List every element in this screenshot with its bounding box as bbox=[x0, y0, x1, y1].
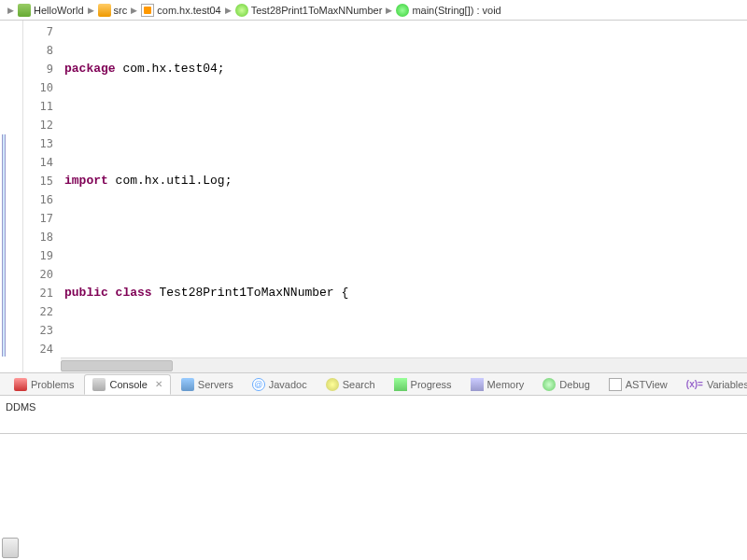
line-number-gutter: 7 8 9 10 11 12 13 14 15 16 17 18 19 20 2… bbox=[23, 21, 61, 372]
folder-icon bbox=[98, 4, 111, 17]
code-line: import com.hx.util.Log; bbox=[61, 172, 747, 190]
project-icon bbox=[18, 4, 31, 17]
crumb-label: main(String[]) : void bbox=[412, 5, 500, 16]
chevron-right-icon: ▶ bbox=[7, 6, 14, 15]
tab-variables[interactable]: (x)=Variables bbox=[678, 375, 747, 394]
code-line: package com.hx.test04; bbox=[61, 60, 747, 78]
console-output[interactable] bbox=[0, 433, 747, 558]
line-num: 16 bbox=[23, 190, 53, 209]
tab-progress[interactable]: Progress bbox=[386, 374, 460, 395]
tab-label: Servers bbox=[198, 379, 233, 390]
line-num: 12 bbox=[23, 116, 53, 134]
line-num: 18 bbox=[23, 228, 53, 246]
console-view: DDMS bbox=[0, 396, 747, 433]
method-icon bbox=[396, 4, 409, 17]
horizontal-scrollbar[interactable] bbox=[61, 357, 747, 372]
line-num: 23 bbox=[23, 321, 53, 340]
tab-label: Search bbox=[343, 379, 375, 390]
code-area[interactable]: package com.hx.test04; import com.hx.uti… bbox=[61, 21, 747, 372]
chevron-right-icon: ▶ bbox=[88, 6, 94, 15]
tab-console[interactable]: Console✕ bbox=[84, 374, 170, 395]
tab-label: Console bbox=[109, 379, 147, 390]
crumb-src[interactable]: src bbox=[98, 4, 128, 17]
line-num: 9 bbox=[23, 60, 53, 78]
tab-memory[interactable]: Memory bbox=[462, 374, 533, 395]
line-num: 22 bbox=[23, 302, 53, 321]
line-num: 15 bbox=[23, 172, 53, 190]
progress-icon bbox=[394, 378, 407, 391]
tab-debug[interactable]: Debug bbox=[534, 374, 598, 395]
breadcrumb: ▶ HelloWorld ▶ src ▶ com.hx.test04 ▶ Tes… bbox=[0, 0, 747, 21]
line-num: 24 bbox=[23, 340, 53, 358]
chevron-right-icon: ▶ bbox=[386, 6, 392, 15]
tab-problems[interactable]: Problems bbox=[6, 374, 82, 395]
chevron-right-icon: ▶ bbox=[131, 6, 137, 15]
line-num: 7 bbox=[23, 22, 53, 41]
console-title: DDMS bbox=[6, 401, 741, 413]
tab-label: Memory bbox=[487, 379, 525, 390]
crumb-label: HelloWorld bbox=[34, 5, 84, 16]
tab-astview[interactable]: ASTView bbox=[600, 374, 676, 395]
debug-icon bbox=[543, 378, 556, 391]
code-line bbox=[61, 340, 747, 358]
fold-range bbox=[2, 134, 6, 357]
taskbar-button[interactable] bbox=[2, 538, 19, 558]
line-num: 19 bbox=[23, 246, 53, 265]
code-line bbox=[61, 228, 747, 246]
line-num: 14 bbox=[23, 153, 53, 172]
console-icon bbox=[92, 378, 106, 391]
tab-label: ASTView bbox=[626, 379, 668, 390]
class-icon bbox=[235, 4, 248, 17]
tab-label: Problems bbox=[31, 379, 74, 390]
javadoc-icon: @ bbox=[252, 378, 265, 391]
line-num: 8 bbox=[23, 41, 53, 60]
crumb-project[interactable]: HelloWorld bbox=[18, 4, 84, 17]
code-line: public class Test28Print1ToMaxNNumber { bbox=[61, 284, 747, 302]
chevron-right-icon: ▶ bbox=[225, 6, 232, 15]
code-line bbox=[61, 116, 747, 134]
tab-servers[interactable]: Servers bbox=[173, 374, 242, 395]
tab-label: Debug bbox=[559, 379, 589, 390]
editor-area: 7 8 9 10 11 12 13 14 15 16 17 18 19 20 2… bbox=[0, 21, 747, 373]
scrollbar-thumb[interactable] bbox=[61, 360, 173, 371]
tab-label: Variables bbox=[707, 379, 747, 390]
tab-search[interactable]: Search bbox=[317, 374, 384, 395]
tab-javadoc[interactable]: @Javadoc bbox=[244, 374, 316, 395]
crumb-label: Test28Print1ToMaxNNumber bbox=[251, 5, 383, 16]
servers-icon bbox=[181, 378, 194, 391]
crumb-class[interactable]: Test28Print1ToMaxNNumber bbox=[235, 4, 383, 17]
crumb-label: src bbox=[114, 5, 128, 16]
line-num: 10 bbox=[23, 78, 53, 97]
line-num: 17 bbox=[23, 209, 53, 228]
bottom-tabs: Problems Console✕ Servers @Javadoc Searc… bbox=[0, 373, 747, 396]
ast-icon bbox=[609, 378, 622, 391]
line-num: 11 bbox=[23, 97, 53, 116]
line-num: 20 bbox=[23, 265, 53, 284]
crumb-label: com.hx.test04 bbox=[157, 5, 220, 16]
tab-label: Progress bbox=[411, 379, 452, 390]
line-num: 21 bbox=[23, 284, 53, 302]
problems-icon bbox=[14, 378, 27, 391]
package-icon bbox=[141, 4, 154, 17]
close-icon[interactable]: ✕ bbox=[155, 379, 162, 389]
variables-icon: (x)= bbox=[686, 379, 703, 389]
line-num: 13 bbox=[23, 134, 53, 153]
memory-icon bbox=[471, 378, 484, 391]
tab-label: Javadoc bbox=[269, 379, 307, 390]
folding-gutter[interactable] bbox=[0, 21, 23, 372]
search-icon bbox=[326, 378, 339, 391]
crumb-method[interactable]: main(String[]) : void bbox=[396, 4, 500, 17]
crumb-package[interactable]: com.hx.test04 bbox=[141, 4, 220, 17]
